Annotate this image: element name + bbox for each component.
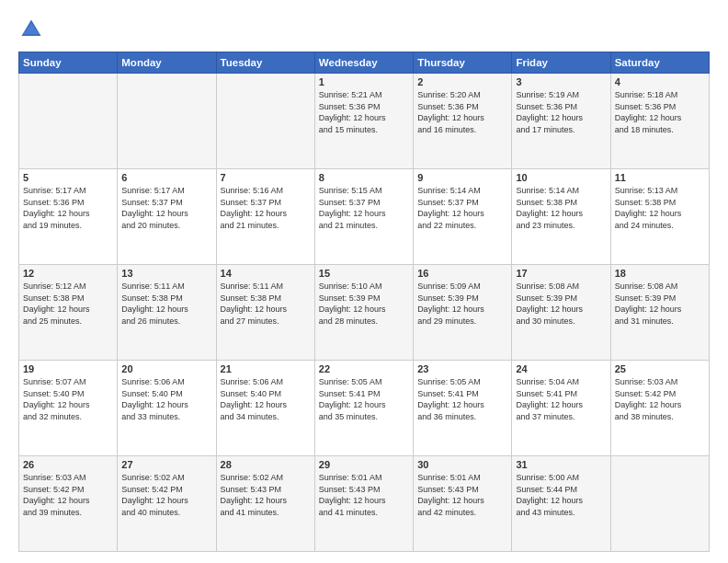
- svg-marker-1: [23, 23, 40, 34]
- day-info: Sunrise: 5:03 AM Sunset: 5:42 PM Dayligh…: [615, 376, 705, 422]
- calendar-cell: 14Sunrise: 5:11 AM Sunset: 5:38 PM Dayli…: [216, 265, 314, 361]
- day-number: 18: [615, 268, 705, 279]
- day-number: 9: [417, 172, 507, 183]
- day-info: Sunrise: 5:04 AM Sunset: 5:41 PM Dayligh…: [516, 376, 606, 422]
- day-number: 15: [319, 268, 409, 279]
- weekday-header-monday: Monday: [118, 52, 216, 74]
- calendar-cell: 24Sunrise: 5:04 AM Sunset: 5:41 PM Dayli…: [512, 361, 610, 456]
- day-number: 4: [615, 76, 705, 87]
- calendar-cell: 20Sunrise: 5:06 AM Sunset: 5:40 PM Dayli…: [118, 361, 216, 456]
- day-info: Sunrise: 5:08 AM Sunset: 5:39 PM Dayligh…: [615, 281, 705, 327]
- day-info: Sunrise: 5:11 AM Sunset: 5:38 PM Dayligh…: [221, 281, 311, 327]
- calendar-cell: 7Sunrise: 5:16 AM Sunset: 5:37 PM Daylig…: [216, 169, 314, 265]
- day-info: Sunrise: 5:01 AM Sunset: 5:43 PM Dayligh…: [319, 472, 409, 518]
- day-info: Sunrise: 5:11 AM Sunset: 5:38 PM Dayligh…: [121, 281, 211, 327]
- day-number: 29: [319, 459, 409, 470]
- calendar-cell: 27Sunrise: 5:02 AM Sunset: 5:42 PM Dayli…: [118, 456, 216, 552]
- day-info: Sunrise: 5:00 AM Sunset: 5:44 PM Dayligh…: [516, 472, 606, 518]
- day-number: 21: [221, 363, 311, 374]
- calendar-row-0: 1Sunrise: 5:21 AM Sunset: 5:36 PM Daylig…: [19, 74, 710, 169]
- day-number: 23: [417, 363, 507, 374]
- calendar-row-1: 5Sunrise: 5:17 AM Sunset: 5:36 PM Daylig…: [19, 169, 710, 265]
- day-number: 17: [516, 268, 606, 279]
- day-info: Sunrise: 5:20 AM Sunset: 5:36 PM Dayligh…: [417, 89, 507, 135]
- weekday-header-sunday: Sunday: [19, 52, 118, 74]
- header: [18, 17, 710, 42]
- calendar-cell: 1Sunrise: 5:21 AM Sunset: 5:36 PM Daylig…: [314, 74, 413, 169]
- calendar-cell: 23Sunrise: 5:05 AM Sunset: 5:41 PM Dayli…: [414, 361, 512, 456]
- day-info: Sunrise: 5:07 AM Sunset: 5:40 PM Dayligh…: [23, 376, 113, 422]
- calendar-cell: 5Sunrise: 5:17 AM Sunset: 5:36 PM Daylig…: [19, 169, 118, 265]
- calendar-cell: 18Sunrise: 5:08 AM Sunset: 5:39 PM Dayli…: [610, 265, 709, 361]
- day-number: 14: [221, 268, 311, 279]
- day-info: Sunrise: 5:17 AM Sunset: 5:36 PM Dayligh…: [23, 185, 113, 231]
- calendar-row-3: 19Sunrise: 5:07 AM Sunset: 5:40 PM Dayli…: [19, 361, 710, 456]
- day-number: 6: [121, 172, 211, 183]
- page: SundayMondayTuesdayWednesdayThursdayFrid…: [0, 0, 728, 563]
- weekday-header-saturday: Saturday: [610, 52, 709, 74]
- calendar-cell: 26Sunrise: 5:03 AM Sunset: 5:42 PM Dayli…: [19, 456, 118, 552]
- day-info: Sunrise: 5:15 AM Sunset: 5:37 PM Dayligh…: [319, 185, 409, 231]
- calendar-cell: 25Sunrise: 5:03 AM Sunset: 5:42 PM Dayli…: [610, 361, 709, 456]
- day-number: 16: [417, 268, 507, 279]
- weekday-header-row: SundayMondayTuesdayWednesdayThursdayFrid…: [19, 52, 710, 74]
- day-number: 13: [121, 268, 211, 279]
- calendar-cell: 10Sunrise: 5:14 AM Sunset: 5:38 PM Dayli…: [512, 169, 610, 265]
- day-info: Sunrise: 5:01 AM Sunset: 5:43 PM Dayligh…: [417, 472, 507, 518]
- day-info: Sunrise: 5:19 AM Sunset: 5:36 PM Dayligh…: [516, 89, 606, 135]
- calendar-cell: 4Sunrise: 5:18 AM Sunset: 5:36 PM Daylig…: [610, 74, 709, 169]
- day-info: Sunrise: 5:09 AM Sunset: 5:39 PM Dayligh…: [417, 281, 507, 327]
- calendar-cell: 11Sunrise: 5:13 AM Sunset: 5:38 PM Dayli…: [610, 169, 709, 265]
- calendar-cell: 31Sunrise: 5:00 AM Sunset: 5:44 PM Dayli…: [512, 456, 610, 552]
- day-info: Sunrise: 5:14 AM Sunset: 5:37 PM Dayligh…: [417, 185, 507, 231]
- day-info: Sunrise: 5:10 AM Sunset: 5:39 PM Dayligh…: [319, 281, 409, 327]
- calendar-row-2: 12Sunrise: 5:12 AM Sunset: 5:38 PM Dayli…: [19, 265, 710, 361]
- calendar-cell: 2Sunrise: 5:20 AM Sunset: 5:36 PM Daylig…: [414, 74, 512, 169]
- day-info: Sunrise: 5:18 AM Sunset: 5:36 PM Dayligh…: [615, 89, 705, 135]
- calendar-cell: [19, 74, 118, 169]
- day-number: 25: [615, 363, 705, 374]
- calendar-cell: [216, 74, 314, 169]
- weekday-header-wednesday: Wednesday: [314, 52, 413, 74]
- calendar-cell: 8Sunrise: 5:15 AM Sunset: 5:37 PM Daylig…: [314, 169, 413, 265]
- calendar-cell: 9Sunrise: 5:14 AM Sunset: 5:37 PM Daylig…: [414, 169, 512, 265]
- day-number: 12: [23, 268, 113, 279]
- day-info: Sunrise: 5:16 AM Sunset: 5:37 PM Dayligh…: [221, 185, 311, 231]
- calendar-cell: 19Sunrise: 5:07 AM Sunset: 5:40 PM Dayli…: [19, 361, 118, 456]
- calendar-cell: 13Sunrise: 5:11 AM Sunset: 5:38 PM Dayli…: [118, 265, 216, 361]
- calendar-cell: [118, 74, 216, 169]
- day-number: 22: [319, 363, 409, 374]
- calendar-cell: 28Sunrise: 5:02 AM Sunset: 5:43 PM Dayli…: [216, 456, 314, 552]
- calendar-cell: 21Sunrise: 5:06 AM Sunset: 5:40 PM Dayli…: [216, 361, 314, 456]
- calendar-cell: 12Sunrise: 5:12 AM Sunset: 5:38 PM Dayli…: [19, 265, 118, 361]
- day-number: 20: [121, 363, 211, 374]
- day-number: 5: [23, 172, 113, 183]
- logo-area: [18, 17, 46, 42]
- day-number: 7: [221, 172, 311, 183]
- day-number: 30: [417, 459, 507, 470]
- day-number: 26: [23, 459, 113, 470]
- day-info: Sunrise: 5:02 AM Sunset: 5:42 PM Dayligh…: [121, 472, 211, 518]
- weekday-header-thursday: Thursday: [414, 52, 512, 74]
- day-number: 10: [516, 172, 606, 183]
- calendar-cell: 16Sunrise: 5:09 AM Sunset: 5:39 PM Dayli…: [414, 265, 512, 361]
- calendar-cell: 17Sunrise: 5:08 AM Sunset: 5:39 PM Dayli…: [512, 265, 610, 361]
- calendar-cell: 6Sunrise: 5:17 AM Sunset: 5:37 PM Daylig…: [118, 169, 216, 265]
- day-info: Sunrise: 5:14 AM Sunset: 5:38 PM Dayligh…: [516, 185, 606, 231]
- day-number: 28: [221, 459, 311, 470]
- day-info: Sunrise: 5:05 AM Sunset: 5:41 PM Dayligh…: [417, 376, 507, 422]
- calendar-table: SundayMondayTuesdayWednesdayThursdayFrid…: [18, 52, 710, 552]
- weekday-header-tuesday: Tuesday: [216, 52, 314, 74]
- calendar-row-4: 26Sunrise: 5:03 AM Sunset: 5:42 PM Dayli…: [19, 456, 710, 552]
- calendar-cell: 29Sunrise: 5:01 AM Sunset: 5:43 PM Dayli…: [314, 456, 413, 552]
- day-info: Sunrise: 5:17 AM Sunset: 5:37 PM Dayligh…: [121, 185, 211, 231]
- day-info: Sunrise: 5:21 AM Sunset: 5:36 PM Dayligh…: [319, 89, 409, 135]
- day-number: 27: [121, 459, 211, 470]
- day-number: 11: [615, 172, 705, 183]
- day-number: 24: [516, 363, 606, 374]
- calendar-cell: 3Sunrise: 5:19 AM Sunset: 5:36 PM Daylig…: [512, 74, 610, 169]
- day-number: 2: [417, 76, 507, 87]
- day-number: 19: [23, 363, 113, 374]
- logo-icon: [18, 17, 44, 42]
- calendar-cell: 30Sunrise: 5:01 AM Sunset: 5:43 PM Dayli…: [414, 456, 512, 552]
